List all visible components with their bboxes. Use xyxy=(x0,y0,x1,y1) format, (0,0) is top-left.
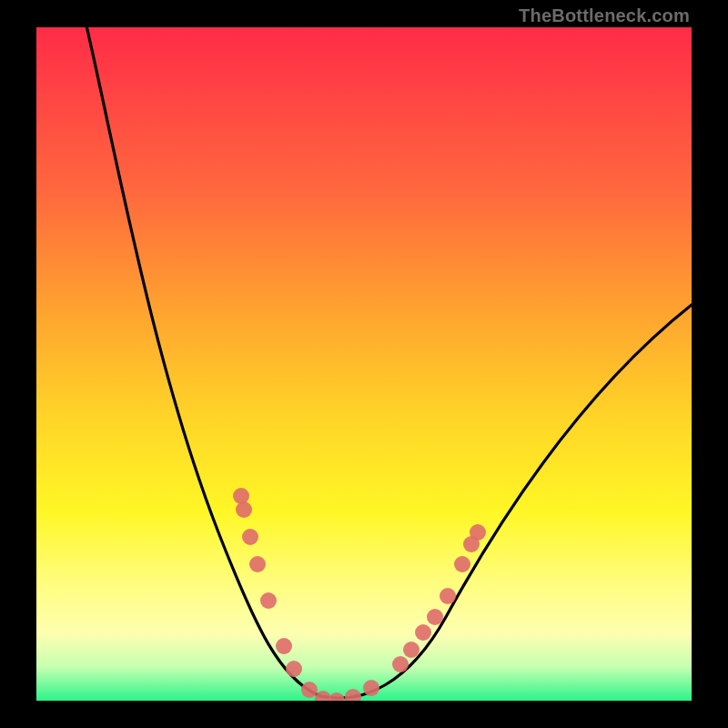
data-marker xyxy=(276,638,292,654)
data-marker xyxy=(440,588,456,604)
data-marker xyxy=(329,693,345,701)
marker-group xyxy=(233,488,486,701)
data-marker xyxy=(345,689,361,701)
data-marker xyxy=(249,556,266,572)
data-marker xyxy=(454,556,470,572)
data-marker xyxy=(286,661,302,677)
plot-area xyxy=(36,27,692,701)
data-marker xyxy=(427,609,443,625)
data-marker xyxy=(236,501,252,518)
data-marker xyxy=(392,656,409,672)
data-marker xyxy=(233,488,249,504)
data-marker xyxy=(242,529,258,545)
attribution-label: TheBottleneck.com xyxy=(519,5,690,26)
data-marker xyxy=(470,524,486,541)
data-marker xyxy=(301,682,318,698)
data-marker xyxy=(363,680,379,696)
data-marker xyxy=(415,624,431,641)
data-marker xyxy=(403,642,420,658)
bottleneck-curve xyxy=(86,27,692,698)
curve-svg xyxy=(36,27,692,701)
data-marker xyxy=(260,592,277,609)
chart-frame: TheBottleneck.com xyxy=(0,0,728,728)
